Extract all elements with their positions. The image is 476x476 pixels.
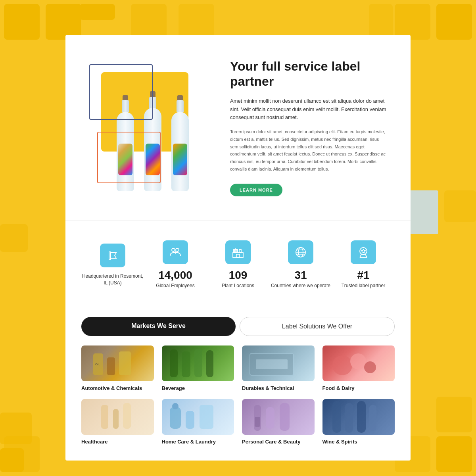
svg-point-2 xyxy=(176,248,179,251)
hero-outline-rect-blue xyxy=(89,64,153,120)
hero-image-container xyxy=(89,64,214,191)
stats-section: Headquartered in Rosemont, IL (USA) 14,0… xyxy=(65,220,411,305)
svg-rect-36 xyxy=(113,409,119,429)
hero-section: Your full service label partner Amet min… xyxy=(65,35,411,212)
svg-rect-11 xyxy=(236,254,240,257)
stat-employees-label: Global Employees xyxy=(156,282,194,289)
factory-icon xyxy=(231,246,245,259)
svg-rect-27 xyxy=(182,351,190,377)
stat-icon-box-hq xyxy=(100,244,125,267)
stat-plants-label: Plant Locations xyxy=(222,282,254,289)
svg-line-20 xyxy=(365,254,367,257)
stat-employees-number: 14,000 xyxy=(158,270,192,281)
stat-hq: Headquartered in Rosemont, IL (USA) xyxy=(81,244,144,286)
market-label-automotive: Automotive & Chemicals xyxy=(81,385,142,391)
svg-rect-26 xyxy=(170,349,178,377)
stat-trusted-label: Trusted label partner xyxy=(342,282,385,289)
market-item-personalcare[interactable]: Personal Care & Beauty xyxy=(242,399,315,445)
svg-rect-43 xyxy=(266,407,274,429)
svg-rect-49 xyxy=(369,405,376,431)
svg-text:OIL: OIL xyxy=(95,363,100,366)
market-label-healthcare: Healthcare xyxy=(81,439,107,445)
stat-plants-number: 109 xyxy=(229,270,248,281)
svg-point-39 xyxy=(172,403,178,409)
svg-point-1 xyxy=(172,248,175,251)
stat-icon-box-plants xyxy=(225,240,251,264)
hero-outline-rect-orange xyxy=(97,132,161,183)
hero-description-1: Amet minim mollit non deserunt ullamco e… xyxy=(230,97,387,122)
markets-grid: OIL Automotive & Chemicals Beverage xyxy=(65,336,411,445)
stat-icon-box-employees xyxy=(163,240,188,264)
stat-countries-number: 31 xyxy=(294,270,307,281)
svg-rect-46 xyxy=(332,401,341,433)
stat-trusted: #1 Trusted label partner xyxy=(332,240,395,289)
svg-rect-48 xyxy=(357,401,366,433)
stat-countries: 31 Countries where we operate xyxy=(269,240,332,289)
stat-trusted-number: #1 xyxy=(357,270,369,281)
main-content-card: Your full service label partner Amet min… xyxy=(65,35,411,461)
market-label-durables: Durables & Technical xyxy=(242,385,294,391)
market-item-durables[interactable]: Durables & Technical xyxy=(242,345,315,391)
stat-employees: 14,000 Global Employees xyxy=(144,240,207,289)
svg-rect-0 xyxy=(109,252,111,260)
award-icon xyxy=(357,246,370,259)
tabs-section: Markets We Serve Label Solutions We Offe… xyxy=(65,317,411,336)
svg-rect-40 xyxy=(186,411,194,429)
market-item-wine[interactable]: Wine & Spirits xyxy=(322,399,395,445)
tabs-row: Markets We Serve Label Solutions We Offe… xyxy=(81,317,395,336)
hero-description-2: Torem ipsum dolor sit amet, consectetur … xyxy=(230,128,387,173)
market-item-homecare[interactable]: Home Care & Laundry xyxy=(162,399,234,445)
svg-line-19 xyxy=(360,254,361,257)
globe-icon xyxy=(294,246,307,259)
svg-rect-47 xyxy=(345,403,353,433)
stat-countries-label: Countries where we operate xyxy=(271,282,330,289)
flag-icon xyxy=(106,249,119,262)
market-item-beverage[interactable]: Beverage xyxy=(162,345,234,391)
market-img-healthcare xyxy=(81,399,154,435)
stat-hq-label: Headquartered in Rosemont, IL (USA) xyxy=(81,273,144,286)
svg-rect-37 xyxy=(123,403,131,429)
market-label-food: Food & Dairy xyxy=(322,385,355,391)
svg-marker-18 xyxy=(361,249,366,253)
svg-rect-38 xyxy=(170,407,181,429)
stat-icon-box-countries xyxy=(288,240,313,264)
svg-point-34 xyxy=(364,361,376,373)
market-label-beverage: Beverage xyxy=(162,385,185,391)
tab-markets[interactable]: Markets We Serve xyxy=(81,317,236,336)
svg-rect-35 xyxy=(101,405,108,429)
hero-content: Your full service label partner Amet min… xyxy=(214,59,387,196)
svg-point-17 xyxy=(360,248,367,255)
svg-rect-28 xyxy=(194,349,202,377)
learn-more-button[interactable]: LEARN MORE xyxy=(230,184,282,196)
svg-rect-5 xyxy=(233,253,243,257)
market-item-automotive[interactable]: OIL Automotive & Chemicals xyxy=(81,345,154,391)
svg-point-32 xyxy=(332,355,352,375)
bottle-3 xyxy=(167,96,193,191)
market-item-healthcare[interactable]: Healthcare xyxy=(81,399,154,445)
market-img-wine xyxy=(322,399,395,435)
market-img-personalcare xyxy=(242,399,315,435)
svg-rect-31 xyxy=(256,359,288,369)
hero-title: Your full service label partner xyxy=(230,59,387,89)
market-item-food[interactable]: Food & Dairy xyxy=(322,345,395,391)
svg-rect-7 xyxy=(239,250,241,253)
svg-rect-29 xyxy=(206,350,213,377)
market-label-homecare: Home Care & Laundry xyxy=(162,439,216,445)
svg-rect-23 xyxy=(107,357,115,375)
stat-plants: 109 Plant Locations xyxy=(207,240,269,289)
svg-rect-45 xyxy=(255,417,260,427)
svg-rect-41 xyxy=(200,405,213,429)
market-img-homecare xyxy=(162,399,234,435)
market-img-durables xyxy=(242,345,315,381)
svg-rect-24 xyxy=(119,351,131,375)
people-icon xyxy=(169,246,182,259)
market-img-automotive: OIL xyxy=(81,345,154,381)
tab-solutions[interactable]: Label Solutions We Offer xyxy=(240,317,395,336)
stat-icon-box-trusted xyxy=(351,240,376,264)
market-img-food xyxy=(322,345,395,381)
svg-rect-44 xyxy=(280,403,290,431)
market-label-wine: Wine & Spirits xyxy=(322,439,357,445)
svg-point-33 xyxy=(350,353,366,369)
market-label-personalcare: Personal Care & Beauty xyxy=(242,439,300,445)
market-img-beverage xyxy=(162,345,234,381)
